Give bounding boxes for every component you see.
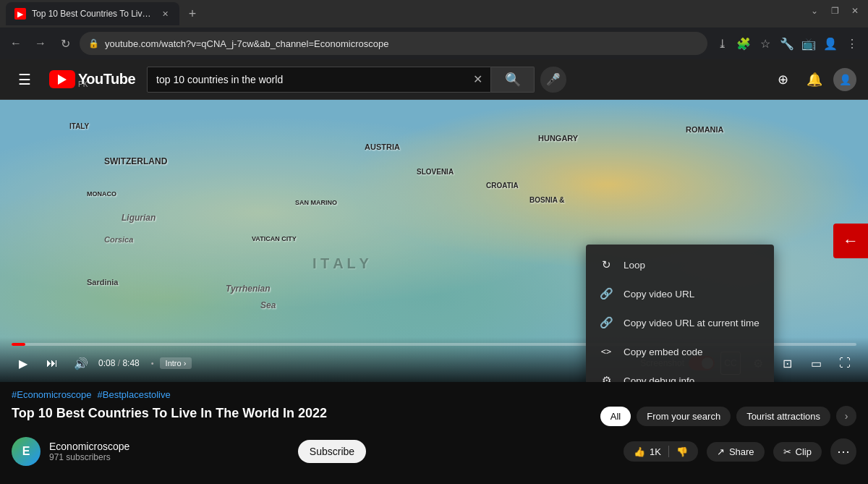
map-label-italy-big: I T A L Y	[312, 255, 369, 272]
channel-row: E Economicroscope 971 subscribers Subscr…	[0, 430, 868, 473]
puzzle-icon[interactable]: 🔧	[777, 33, 797, 54]
share-label: Share	[729, 446, 754, 457]
channel-info: Economicroscope 971 subscribers	[49, 441, 289, 462]
map-label-tyrrhenian: Tyrrhenian	[226, 284, 271, 294]
search-clear-button[interactable]: ✕	[464, 67, 490, 93]
map-label-monaco: MONACO	[87, 190, 116, 198]
link-icon: 🔗	[599, 286, 613, 301]
restore-button[interactable]: ❐	[827, 4, 842, 18]
map-label-romania: ROMANIA	[686, 125, 724, 134]
tag-economicroscope[interactable]: #Economicroscope	[12, 389, 92, 400]
map-label-slovenia: SLOVENIA	[417, 168, 454, 176]
search-input[interactable]	[148, 74, 464, 85]
map-label-ligurian: Ligurian	[122, 213, 156, 223]
map-label-sea: Sea	[260, 300, 276, 310]
clip-button[interactable]: ✂ Clip	[773, 442, 822, 462]
context-menu: ↻ Loop 🔗 Copy video URL 🔗 Copy video URL…	[586, 245, 774, 382]
copy-embed-menu-item[interactable]: <> Copy embed code	[586, 337, 774, 366]
next-button[interactable]: ⏭	[41, 352, 64, 375]
tag-bestplaces[interactable]: #Bestplacestolive	[98, 389, 171, 400]
search-input-wrap: ✕	[147, 67, 491, 93]
channel-subscribers: 971 subscribers	[49, 452, 289, 462]
loop-menu-item[interactable]: ↻ Loop	[586, 250, 774, 279]
map-label-italy: ITALY	[69, 122, 89, 130]
copy-embed-label: Copy embed code	[624, 347, 703, 357]
video-title: Top 10 Best Countries To Live In The Wor…	[12, 406, 327, 421]
thumbs-down-icon: 👎	[676, 446, 688, 457]
miniplayer-button[interactable]: ⊡	[775, 352, 799, 375]
filter-tourist-chip[interactable]: Tourist attractions	[736, 407, 830, 426]
video-title-block: Top 10 Best Countries To Live In The Wor…	[12, 406, 327, 427]
map-label-hungary: HUNGARY	[538, 134, 578, 143]
back-overlay-button[interactable]: ←	[833, 224, 868, 258]
copy-debug-label: Copy debug info	[624, 375, 694, 383]
browser-menu-icon[interactable]: ⋮	[842, 33, 862, 54]
copy-url-time-label: Copy video URL at current time	[624, 318, 760, 328]
channel-avatar[interactable]: E	[12, 437, 41, 466]
youtube-header: ☰ YouTube PK ✕ 🔍 🎤 ⊕ 🔔 👤	[0, 59, 868, 100]
extensions-icon[interactable]: 🧩	[733, 33, 754, 54]
create-button[interactable]: ⊕	[770, 67, 796, 93]
url-text: youtube.com/watch?v=qCNA_j-7cw&ab_channe…	[105, 38, 699, 49]
time-total: 8:48	[122, 358, 139, 368]
voice-search-button[interactable]: 🎤	[540, 67, 566, 93]
cast-icon[interactable]: 📺	[799, 33, 819, 54]
fullscreen-button[interactable]: ⛶	[833, 352, 856, 375]
copy-url-time-menu-item[interactable]: 🔗 Copy video URL at current time	[586, 308, 774, 337]
notifications-button[interactable]: 🔔	[801, 67, 827, 93]
map-label-vatican: VATICAN CITY	[252, 235, 297, 242]
map-label-sardinia: Sardinia	[87, 278, 118, 286]
copy-url-menu-item[interactable]: 🔗 Copy video URL	[586, 279, 774, 308]
share-button[interactable]: ↗ Share	[707, 442, 765, 462]
search-bar: ✕ 🔍 🎤	[147, 67, 566, 93]
loop-icon: ↻	[599, 258, 613, 272]
gear-icon: ⚙	[599, 373, 613, 382]
filter-next-button[interactable]: ›	[836, 406, 856, 426]
forward-button[interactable]: →	[30, 33, 51, 54]
subscribe-button[interactable]: Subscribe	[298, 440, 366, 463]
user-avatar[interactable]: 👤	[833, 68, 856, 91]
youtube-logo[interactable]: YouTube PK	[49, 70, 135, 88]
channel-name[interactable]: Economicroscope	[49, 441, 289, 452]
like-divider	[668, 446, 669, 457]
search-submit-button[interactable]: 🔍	[491, 67, 535, 93]
volume-button[interactable]: 🔊	[69, 352, 93, 375]
filter-from-search-chip[interactable]: From your search	[637, 407, 731, 426]
back-button[interactable]: ←	[6, 33, 26, 54]
youtube-logo-icon	[49, 70, 75, 88]
hamburger-menu-button[interactable]: ☰	[12, 67, 38, 93]
copy-url-label: Copy video URL	[624, 289, 694, 300]
close-button[interactable]: ✕	[848, 4, 862, 18]
filter-all-chip[interactable]: All	[600, 407, 631, 426]
minimize-button[interactable]: ⌄	[807, 4, 822, 18]
address-bar[interactable]: 🔒 youtube.com/watch?v=qCNA_j-7cw&ab_chan…	[80, 32, 707, 55]
browser-chrome: ▶ Top 10 Best Countries To Live I... ✕ +…	[0, 0, 868, 59]
like-dislike-button[interactable]: 👍 1K 👎	[624, 441, 698, 462]
nav-actions: ⤓ 🧩 ☆ 🔧 📺 👤 ⋮	[712, 33, 862, 54]
new-tab-button[interactable]: +	[182, 4, 203, 24]
tab-close-button[interactable]: ✕	[159, 8, 171, 20]
copy-debug-menu-item[interactable]: ⚙ Copy debug info	[586, 366, 774, 382]
avatar-letter: E	[22, 445, 30, 458]
video-info-section: #Economicroscope #Bestplacestolive Top 1…	[0, 382, 868, 430]
map-label-croatia: CROATIA	[486, 182, 519, 190]
download-icon[interactable]: ⤓	[712, 33, 732, 54]
tab-favicon: ▶	[14, 8, 26, 20]
chapter-badge: Intro ›	[160, 357, 192, 369]
chapter-label: Intro	[166, 359, 182, 368]
progress-fill	[12, 343, 25, 346]
play-button[interactable]: ▶	[12, 352, 35, 375]
map-label-bosnia: BOSNIA &	[529, 196, 565, 204]
map-label-san-marino: SAN MARINO	[295, 199, 337, 206]
embed-icon: <>	[599, 344, 613, 359]
tab-bar: ▶ Top 10 Best Countries To Live I... ✕ +…	[0, 0, 868, 27]
theater-button[interactable]: ▭	[804, 352, 827, 375]
video-tags: #Economicroscope #Bestplacestolive	[12, 389, 856, 400]
lock-icon: 🔒	[88, 38, 99, 48]
more-options-button[interactable]: ⋯	[830, 438, 856, 464]
refresh-button[interactable]: ↻	[55, 33, 75, 54]
loop-label: Loop	[624, 260, 645, 271]
profile-icon[interactable]: 👤	[820, 33, 841, 54]
star-icon[interactable]: ☆	[755, 33, 775, 54]
active-tab[interactable]: ▶ Top 10 Best Countries To Live I... ✕	[6, 2, 179, 25]
